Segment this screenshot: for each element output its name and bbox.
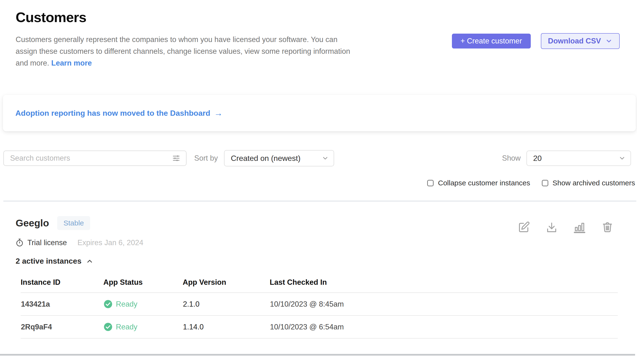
last-checked-in: 10/10/2023 @ 6:54am xyxy=(270,316,618,338)
customer-name[interactable]: Geeglo xyxy=(16,218,49,229)
app-status-cell: Ready xyxy=(103,316,183,338)
trial-timer-icon xyxy=(15,238,24,247)
status-ready-icon xyxy=(104,300,112,308)
download-csv-label: Download CSV xyxy=(548,37,601,46)
chevron-down-icon xyxy=(605,38,612,45)
col-header-last-checked-in: Last Checked In xyxy=(270,272,618,293)
instance-row: 2Rq9aF4 Ready 1.14.0 10/10/2023 @ 6:54am xyxy=(21,316,618,338)
app-version: 2.1.0 xyxy=(183,293,270,316)
status-ready-icon xyxy=(104,322,112,331)
filter-sliders-icon[interactable] xyxy=(171,153,181,163)
license-row: Trial license Expires Jan 6, 2024 xyxy=(15,238,637,247)
app-status-text: Ready xyxy=(116,300,137,308)
collapse-instances-checkbox[interactable] xyxy=(427,180,434,186)
download-customer-button[interactable] xyxy=(545,221,558,234)
section-bottom-divider xyxy=(0,354,635,356)
search-input[interactable] xyxy=(10,154,171,163)
instances-table-header-row: Instance ID App Status App Version Last … xyxy=(21,272,618,293)
customers-page: Customers Customers generally represent … xyxy=(0,0,637,364)
chevron-down-icon xyxy=(322,155,329,162)
customer-reporting-button[interactable] xyxy=(573,221,586,234)
show-archived-checkbox[interactable] xyxy=(542,180,548,186)
show-per-page-select[interactable]: 20 xyxy=(526,150,631,166)
chevron-up-icon xyxy=(86,258,94,265)
show-archived-label: Show archived customers xyxy=(553,179,635,187)
app-status-text: Ready xyxy=(116,323,137,331)
collapse-instances-option[interactable]: Collapse customer instances xyxy=(427,179,530,187)
sort-by-label: Sort by xyxy=(194,154,218,162)
license-type: Trial license xyxy=(27,238,67,247)
instances-toggle-label: 2 active instances xyxy=(16,257,82,266)
col-header-app-version: App Version xyxy=(183,272,270,293)
instance-id: 2Rq9aF4 xyxy=(21,316,103,338)
col-header-instance-id: Instance ID xyxy=(21,272,103,293)
last-checked-in: 10/10/2023 @ 8:45am xyxy=(270,293,618,316)
edit-icon xyxy=(517,221,530,234)
edit-customer-button[interactable] xyxy=(517,221,530,234)
trash-icon xyxy=(601,221,614,234)
sort-select-value: Created on (newest) xyxy=(231,154,300,163)
filter-controls: Sort by Created on (newest) Show 20 xyxy=(3,150,631,166)
license-expiry: Expires Jan 6, 2024 xyxy=(77,238,143,247)
col-header-app-status: App Status xyxy=(103,272,183,293)
instances-toggle[interactable]: 2 active instances xyxy=(16,257,637,266)
instances-table: Instance ID App Status App Version Last … xyxy=(21,272,618,338)
show-archived-option[interactable]: Show archived customers xyxy=(542,179,635,187)
app-status-cell: Ready xyxy=(103,293,183,316)
arrow-right-icon: → xyxy=(214,109,223,118)
show-label: Show xyxy=(502,154,521,162)
adoption-banner: Adoption reporting has now moved to the … xyxy=(3,95,636,131)
app-version: 1.14.0 xyxy=(183,316,270,338)
collapse-instances-label: Collapse customer instances xyxy=(438,179,530,187)
search-box xyxy=(3,150,186,166)
bar-chart-icon xyxy=(573,221,586,234)
description-line-3: and more. Learn more xyxy=(16,57,637,69)
sort-select[interactable]: Created on (newest) xyxy=(224,150,334,166)
create-customer-button[interactable]: + Create customer xyxy=(452,34,531,48)
instance-id: 143421a xyxy=(21,293,103,316)
channel-badge: Stable xyxy=(57,216,90,230)
download-icon xyxy=(545,221,558,234)
learn-more-link[interactable]: Learn more xyxy=(51,59,92,67)
header-actions: + Create customer Download CSV xyxy=(452,33,620,49)
delete-customer-button[interactable] xyxy=(601,221,614,234)
chevron-down-icon xyxy=(618,155,626,162)
adoption-banner-link[interactable]: Adoption reporting has now moved to the … xyxy=(15,109,223,118)
customer-actions xyxy=(517,221,614,234)
page-title: Customers xyxy=(16,9,637,26)
adoption-banner-text: Adoption reporting has now moved to the … xyxy=(15,109,210,118)
customer-card: Geeglo Stable xyxy=(0,202,637,356)
checkbox-row: Collapse customer instances Show archive… xyxy=(0,179,635,187)
download-csv-button[interactable]: Download CSV xyxy=(541,33,620,49)
show-per-page-value: 20 xyxy=(533,154,542,163)
instance-row: 143421a Ready 2.1.0 10/10/2023 @ 8:45am xyxy=(21,293,618,316)
